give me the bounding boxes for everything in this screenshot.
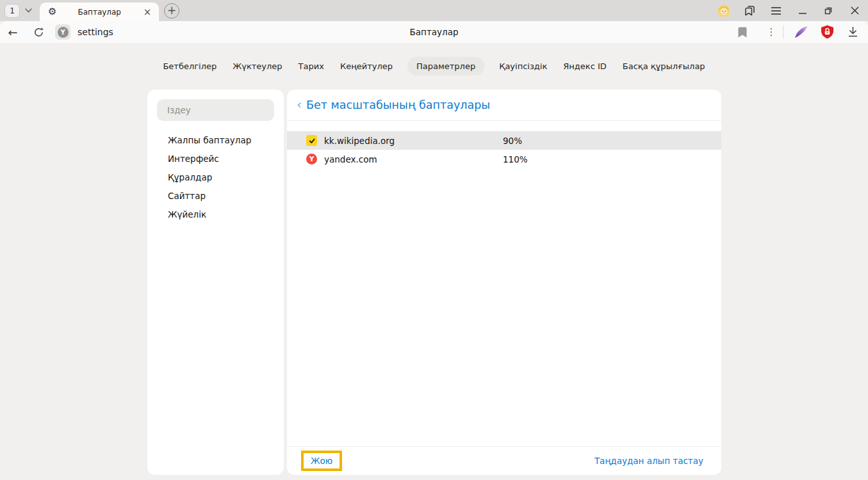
back-chevron-icon[interactable]: ‹ (297, 98, 306, 111)
bookmark-button[interactable] (738, 27, 747, 38)
site-zoom-row[interactable]: kk.wikipedia.org 90% (287, 131, 721, 150)
site-name: kk.wikipedia.org (324, 136, 395, 146)
delete-button[interactable]: Жою (301, 451, 342, 471)
restore-icon (824, 6, 833, 15)
minimize-icon (799, 7, 807, 15)
tab-bookmarks[interactable]: Бетбелгілер (161, 57, 218, 76)
rows-gap (287, 121, 721, 131)
back-icon: ← (8, 26, 17, 39)
zoom-value: 90% (503, 136, 522, 146)
extensions-menu-button[interactable]: ⋮ (765, 26, 778, 38)
sidebar-item-sites[interactable]: Сайттар (147, 186, 284, 205)
close-icon (851, 6, 859, 15)
reload-button[interactable] (26, 27, 51, 38)
address-bar: ← Y settings Баптаулар ⋮ (0, 21, 868, 43)
panel-header[interactable]: ‹ Бет масштабының баптаулары (287, 90, 721, 121)
feather-icon (794, 25, 809, 39)
tab-other-devices[interactable]: Басқа құрылғылар (621, 57, 707, 76)
tab-title: Баптаулар (56, 8, 142, 17)
tab-yandex-id[interactable]: Яндекс ID (562, 57, 608, 76)
sidebar-list: Жалпы баптаулар Интерфейс Құралдар Сайтт… (147, 131, 284, 223)
search-input[interactable] (157, 99, 274, 121)
toolbar-divider (783, 26, 783, 38)
panel-footer: Жою Таңдаудан алып тастау (287, 446, 721, 475)
hamburger-menu-icon (771, 7, 781, 15)
chevron-down-icon (25, 8, 32, 13)
reload-icon (33, 27, 44, 38)
panels-button[interactable] (737, 4, 763, 17)
tab-close-icon[interactable]: × (142, 6, 152, 18)
protect-extension-button[interactable] (814, 25, 840, 39)
shield-lock-icon (821, 25, 834, 39)
feather-extension-button[interactable] (789, 25, 814, 39)
minimize-button[interactable] (789, 7, 815, 15)
zoom-value: 110% (503, 154, 528, 164)
url-text[interactable]: settings (78, 27, 113, 37)
tab-count-button[interactable]: 1 (4, 4, 20, 18)
downloads-button[interactable] (840, 26, 865, 38)
tab-settings[interactable]: Параметрлер (407, 57, 484, 76)
site-name: yandex.com (324, 154, 377, 164)
sidebar-item-general[interactable]: Жалпы баптаулар (147, 131, 284, 149)
tab-downloads[interactable]: Жүктеулер (231, 57, 283, 76)
gear-icon: ⚙ (48, 7, 56, 17)
avatar-icon (717, 4, 730, 17)
restore-button[interactable] (815, 6, 842, 15)
tab-bar: 1 ⚙ Баптаулар × + (0, 0, 868, 21)
site-zoom-row[interactable]: Y yandex.com 110% (287, 150, 721, 168)
panels-icon (744, 4, 756, 17)
sidebar-item-interface[interactable]: Интерфейс (147, 149, 284, 168)
browser-window: 1 ⚙ Баптаулар × + (0, 0, 868, 480)
profile-avatar[interactable] (710, 4, 737, 17)
browser-tab-settings[interactable]: ⚙ Баптаулар × (40, 3, 159, 21)
sidebar-item-system[interactable]: Жүйелік (147, 205, 284, 223)
settings-sidebar: Жалпы баптаулар Интерфейс Құралдар Сайтт… (147, 90, 284, 475)
browser-menu-button[interactable] (763, 7, 789, 15)
yandex-favicon-icon: Y (306, 154, 317, 164)
close-window-button[interactable] (842, 6, 868, 15)
download-icon (848, 26, 858, 38)
deselect-link[interactable]: Таңдаудан алып тастау (594, 456, 703, 466)
tab-security[interactable]: Қауіпсіздік (498, 57, 548, 76)
tab-history[interactable]: Тарих (297, 57, 325, 76)
yandex-browser-icon: Y (58, 27, 69, 38)
site-icon-chip[interactable]: Y (55, 24, 70, 40)
panel-title: Бет масштабының баптаулары (306, 99, 490, 111)
back-button[interactable]: ← (0, 26, 26, 39)
sidebar-item-tools[interactable]: Құралдар (147, 168, 284, 186)
bookmark-icon (738, 27, 747, 38)
empty-list-space (287, 168, 721, 446)
tab-extensions[interactable]: Кеңейтулер (339, 57, 394, 76)
new-tab-button[interactable]: + (164, 3, 179, 19)
settings-nav-tabs: Бетбелгілер Жүктеулер Тарих Кеңейтулер П… (0, 57, 868, 76)
checkbox-checked-icon[interactable] (306, 135, 317, 146)
page-zoom-settings-panel: ‹ Бет масштабының баптаулары kk.wikipedi… (287, 90, 721, 475)
tab-list-chevron-button[interactable] (20, 4, 37, 18)
